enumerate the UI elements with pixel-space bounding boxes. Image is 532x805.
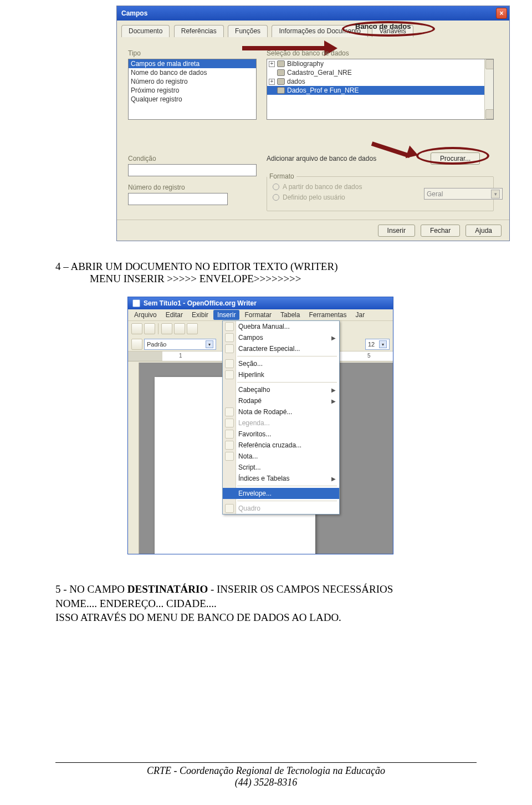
menu-icon — [225, 333, 234, 342]
mi-legenda: Legenda... — [223, 417, 339, 429]
writer-titlebar[interactable]: Sem Título1 - OpenOffice.org Writer — [128, 297, 393, 309]
mi-rodape[interactable]: Rodapé▶ — [223, 395, 339, 406]
toolbar-button[interactable] — [174, 323, 185, 334]
inserir-button[interactable]: Inserir — [378, 225, 415, 237]
toolbar-button[interactable] — [144, 323, 155, 334]
ajuda-button[interactable]: Ajuda — [466, 225, 502, 237]
footer-line1: CRTE - Coordenação Regional de Tecnologi… — [55, 765, 477, 777]
type-listbox[interactable]: Campos de mala direta Nome do banco de d… — [128, 59, 257, 120]
menu-inserir[interactable]: Inserir — [213, 310, 239, 320]
menu-icon — [225, 430, 234, 439]
register-label: Número do registro — [128, 184, 185, 191]
mi-secao[interactable]: Seção... — [223, 358, 339, 369]
menu-icon — [225, 419, 234, 427]
submenu-arrow-icon: ▶ — [331, 398, 336, 404]
expand-icon[interactable]: + — [269, 79, 275, 85]
mi-indices[interactable]: Índices e Tabelas▶ — [223, 473, 339, 484]
database-icon — [277, 60, 285, 67]
toolbar-button[interactable] — [131, 339, 142, 350]
menu-icon — [225, 504, 234, 513]
mi-cabecalho[interactable]: Cabeçalho▶ — [223, 384, 339, 395]
close-icon[interactable]: × — [496, 8, 507, 19]
submenu-arrow-icon: ▶ — [331, 387, 336, 393]
menu-formatar[interactable]: Formatar — [241, 310, 275, 320]
footer-line2: (44) 3528-8316 — [55, 777, 477, 788]
mi-quebra[interactable]: Quebra Manual... — [223, 321, 339, 332]
type-label: Tipo — [128, 49, 141, 57]
toolbar-button[interactable] — [187, 323, 198, 334]
menubar[interactable]: Arquivo Editar Exibir Inserir Formatar T… — [128, 309, 393, 320]
type-item[interactable]: Qualquer registro — [129, 95, 256, 104]
menu-editar[interactable]: Editar — [162, 310, 187, 320]
toolbar-button[interactable] — [131, 323, 142, 334]
database-icon — [277, 69, 285, 76]
menu-exibir[interactable]: Exibir — [188, 310, 212, 320]
font-size-combo[interactable]: 12▾ — [365, 339, 390, 350]
menu-arquivo[interactable]: Arquivo — [130, 310, 161, 320]
condition-label: Condição — [128, 155, 156, 162]
type-item[interactable]: Campos de mala direta — [129, 59, 256, 68]
mi-ref-cruzada[interactable]: Referência cruzada... — [223, 440, 339, 451]
instr2-line3: ISSO ATRAVÉS DO MENU DE BANCO DE DADOS A… — [55, 610, 477, 625]
menu-icon — [225, 370, 234, 379]
menu-icon — [225, 452, 234, 461]
radio-icon — [273, 194, 279, 201]
instruction-step-4: 4 – ABRIR UM DOCUMENTO NO EDITOR TEXTO (… — [55, 261, 477, 285]
mi-campos[interactable]: Campos▶ — [223, 332, 339, 343]
type-item[interactable]: Nome do banco de dados — [129, 68, 256, 77]
toolbar-button[interactable] — [161, 323, 172, 334]
tab-documento[interactable]: Documento — [121, 25, 170, 37]
tree-item[interactable]: +Bibliography — [267, 59, 493, 68]
tab-info-documento[interactable]: Informações do Documento — [272, 25, 367, 37]
scrollbar-vertical[interactable] — [484, 59, 493, 119]
type-item[interactable]: Próximo registro — [129, 86, 256, 95]
tab-banco-de-dados[interactable]: Banco de dados — [355, 22, 411, 30]
inserir-dropdown: Quebra Manual... Campos▶ Caractere Espec… — [222, 320, 340, 514]
mi-script[interactable]: Script... — [223, 462, 339, 473]
menu-icon — [225, 322, 234, 331]
register-input[interactable] — [128, 193, 228, 205]
mi-hiperlink[interactable]: Hiperlink — [223, 369, 339, 380]
format-select[interactable]: Geral ▾ — [424, 188, 503, 200]
mi-caractere[interactable]: Caractere Especial... — [223, 343, 339, 354]
tab-referencias[interactable]: Referências — [174, 25, 224, 37]
mi-nota[interactable]: Nota... — [223, 451, 339, 462]
tab-funcoes[interactable]: Funções — [228, 25, 268, 37]
selection-label: Seleção do banco de dados — [267, 49, 349, 57]
chevron-down-icon: ▾ — [379, 340, 387, 348]
writer-window: Sem Título1 - OpenOffice.org Writer Arqu… — [127, 297, 393, 554]
instr1-line1: 4 – ABRIR UM DOCUMENTO NO EDITOR TEXTO (… — [55, 261, 477, 273]
db-selection-tree[interactable]: +Bibliography Cadastro_Geral_NRE +dados … — [267, 59, 494, 120]
vertical-ruler[interactable] — [128, 363, 139, 554]
instr1-line2: MENU INSERIR >>>>> ENVELOPE>>>>>>>> — [55, 273, 477, 285]
writer-app-icon — [132, 299, 140, 307]
dialog-titlebar[interactable]: Campos × — [117, 6, 509, 21]
mi-favoritos[interactable]: Favoritos... — [223, 429, 339, 440]
menu-icon — [225, 441, 234, 450]
tree-item[interactable]: +dados — [267, 77, 493, 86]
mi-envelope[interactable]: Envelope... — [223, 488, 339, 499]
menu-ferramentas[interactable]: Ferramentas — [305, 310, 350, 320]
writer-title: Sem Título1 - OpenOffice.org Writer — [144, 299, 257, 307]
menu-janela[interactable]: Jar — [352, 310, 369, 320]
procurar-button[interactable]: Procurar... — [431, 152, 480, 165]
tabs: Documento Referências Funções Informaçõe… — [117, 21, 509, 39]
campos-dialog: Campos × Documento Referências Funções I… — [116, 6, 510, 241]
page-footer: CRTE - Coordenação Regional de Tecnologi… — [55, 762, 477, 788]
instr2-line1: 5 - NO CAMPO DESTINATÁRIO - INSERIR OS C… — [55, 582, 477, 597]
tree-item[interactable]: Dados_Prof e Fun_NRE — [267, 86, 493, 95]
chevron-down-icon: ▾ — [206, 340, 213, 348]
expand-icon[interactable]: + — [269, 61, 275, 67]
paragraph-style-combo[interactable]: Padrão▾ — [144, 339, 216, 350]
fechar-button[interactable]: Fechar — [421, 225, 460, 237]
condition-input[interactable] — [128, 164, 257, 176]
type-item[interactable]: Número do registro — [129, 77, 256, 86]
radio-icon — [273, 184, 279, 190]
submenu-arrow-icon: ▶ — [331, 335, 336, 341]
menu-tabela[interactable]: Tabela — [277, 310, 304, 320]
submenu-arrow-icon: ▶ — [331, 476, 336, 482]
menu-icon — [225, 344, 234, 353]
tree-item[interactable]: Cadastro_Geral_NRE — [267, 68, 493, 77]
format-legend: Formato — [267, 172, 296, 180]
mi-nota-rodape[interactable]: Nota de Rodapé... — [223, 406, 339, 417]
